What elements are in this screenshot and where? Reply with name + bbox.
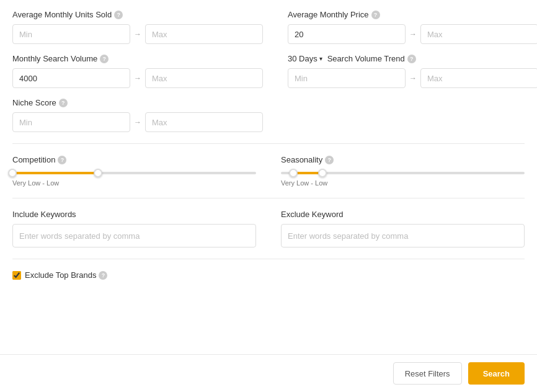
exclude-top-brands-label[interactable]: Exclude Top Brands ? <box>25 270 107 280</box>
arrow-icon-2: → <box>409 30 417 38</box>
arrow-icon-5: → <box>134 118 141 127</box>
exclude-keyword-input[interactable] <box>281 224 525 247</box>
seasonality-label: Seasonality ? <box>281 155 525 164</box>
seasonality-slider-wrapper[interactable] <box>281 172 525 174</box>
divider-2 <box>12 198 525 198</box>
seasonality-group: Seasonality ? Very Low - Low <box>281 155 525 187</box>
competition-group: Competition ? Very Low - Low <box>12 155 256 187</box>
competition-slider-wrapper[interactable] <box>12 172 256 174</box>
niche-score-min[interactable] <box>12 112 130 132</box>
seasonality-slider-labels: Very Low - Low <box>281 179 525 187</box>
arrow-icon-3: → <box>134 74 141 82</box>
monthly-search-volume-label: Monthly Search Volume ? <box>12 54 263 63</box>
competition-slider-track <box>12 172 256 174</box>
exclude-keyword-group: Exclude Keyword <box>281 210 525 247</box>
exclude-top-brands-help-icon[interactable]: ? <box>99 271 107 280</box>
competition-label: Competition ? <box>12 155 256 164</box>
niche-score-label: Niche Score ? <box>12 98 263 107</box>
keywords-section: Include Keywords Exclude Keyword <box>12 210 525 247</box>
avg-monthly-units-help-icon[interactable]: ? <box>114 11 123 19</box>
search-volume-trend-inputs: → <box>288 68 537 88</box>
avg-monthly-units-inputs: → <box>12 24 263 44</box>
arrow-icon-4: → <box>409 74 417 82</box>
competition-slider-fill <box>12 172 98 174</box>
exclude-keyword-label: Exclude Keyword <box>281 210 525 219</box>
include-keywords-label: Include Keywords <box>12 210 256 219</box>
search-volume-trend-min[interactable] <box>288 68 406 88</box>
footer-bar: Reset Filters Search <box>0 354 537 392</box>
competition-slider-thumb-right[interactable] <box>94 169 102 177</box>
include-keywords-input[interactable] <box>12 224 256 247</box>
avg-monthly-units-min[interactable] <box>12 24 130 44</box>
niche-score-max[interactable] <box>145 112 263 132</box>
search-volume-trend-label: 30 Days ▾ Search Volume Trend ? <box>288 54 537 63</box>
avg-monthly-units-group: Average Monthly Units Sold ? → <box>12 10 263 44</box>
reset-filters-button[interactable]: Reset Filters <box>393 362 462 385</box>
monthly-search-volume-help-icon[interactable]: ? <box>100 55 109 63</box>
monthly-search-volume-max[interactable] <box>145 68 263 88</box>
row-niche: Niche Score ? → <box>12 98 525 132</box>
avg-monthly-price-group: Average Monthly Price ? → <box>288 10 537 44</box>
row-units-price: Average Monthly Units Sold ? → Average M… <box>12 10 525 44</box>
search-volume-trend-max[interactable] <box>420 68 537 88</box>
filter-panel: Average Monthly Units Sold ? → Average M… <box>0 0 537 392</box>
divider-3 <box>12 259 525 259</box>
niche-score-inputs: → <box>12 112 263 132</box>
arrow-icon-1: → <box>134 30 141 38</box>
trend-days-dropdown[interactable]: 30 Days ▾ <box>288 54 322 63</box>
search-button[interactable]: Search <box>468 362 525 385</box>
keyword-row: Include Keywords Exclude Keyword <box>12 210 525 247</box>
avg-monthly-price-label: Average Monthly Price ? <box>288 10 537 19</box>
exclude-top-brands-checkbox[interactable] <box>12 271 21 280</box>
avg-monthly-price-inputs: → <box>288 24 537 44</box>
avg-monthly-units-label: Average Monthly Units Sold ? <box>12 10 263 19</box>
chevron-down-icon: ▾ <box>319 55 322 62</box>
niche-score-group: Niche Score ? → <box>12 98 263 132</box>
monthly-search-volume-group: Monthly Search Volume ? → <box>12 54 263 88</box>
divider-1 <box>12 143 525 144</box>
avg-monthly-price-help-icon[interactable]: ? <box>371 11 380 19</box>
competition-help-icon[interactable]: ? <box>58 156 66 164</box>
exclude-top-brands-row: Exclude Top Brands ? <box>12 270 525 280</box>
competition-slider-thumb-left[interactable] <box>8 169 17 177</box>
monthly-search-volume-min[interactable] <box>12 68 130 88</box>
search-volume-trend-help-icon[interactable]: ? <box>407 55 416 63</box>
include-keywords-group: Include Keywords <box>12 210 256 247</box>
avg-monthly-units-max[interactable] <box>145 24 263 44</box>
avg-monthly-price-max[interactable] <box>420 24 537 44</box>
row-volume-trend: Monthly Search Volume ? → 30 Days ▾ Sear… <box>12 54 525 88</box>
search-volume-trend-group: 30 Days ▾ Search Volume Trend ? → <box>288 54 537 88</box>
seasonality-help-icon[interactable]: ? <box>325 156 334 164</box>
niche-score-help-icon[interactable]: ? <box>59 99 68 107</box>
seasonality-slider-thumb-right[interactable] <box>318 169 327 177</box>
sliders-section: Competition ? Very Low - Low <box>12 155 525 187</box>
monthly-search-volume-inputs: → <box>12 68 263 88</box>
competition-slider-labels: Very Low - Low <box>12 179 256 187</box>
slider-row: Competition ? Very Low - Low <box>12 155 525 187</box>
seasonality-slider-track <box>281 172 525 174</box>
seasonality-slider-thumb-left[interactable] <box>289 169 298 177</box>
avg-monthly-price-min[interactable] <box>288 24 406 44</box>
